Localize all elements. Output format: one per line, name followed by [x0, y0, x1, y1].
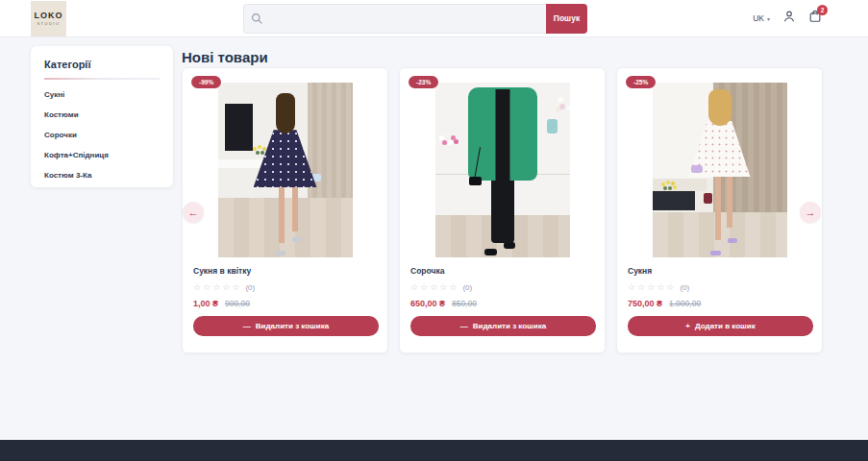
language-label: UK: [753, 13, 764, 23]
price-current: 1,00 ₴: [193, 299, 218, 308]
star-icon: ☆: [420, 282, 428, 292]
logo-text: LOKO: [35, 11, 63, 20]
minus-icon: —: [243, 322, 251, 330]
product-info: Сорочка ☆ ☆ ☆ ☆ ☆ (0) 650,00 ₴ 850,00 — …: [400, 266, 605, 336]
figure-bag: [469, 177, 482, 185]
ledge: [653, 179, 707, 191]
sidebar-item-sukni[interactable]: Сукні: [44, 90, 160, 99]
product-name[interactable]: Сорочка: [410, 266, 594, 276]
product-rating: ☆ ☆ ☆ ☆ ☆ (0): [410, 282, 594, 292]
niche: [653, 191, 696, 210]
product-info: Сукня в квітку ☆ ☆ ☆ ☆ ☆ (0) 1,00 ₴ 900,…: [183, 266, 387, 336]
star-icon: ☆: [203, 282, 211, 292]
new-products-carousel: ← → -99% Сукня в квітку: [182, 67, 823, 353]
product-rating: ☆ ☆ ☆ ☆ ☆ (0): [193, 282, 377, 292]
product-rating: ☆ ☆ ☆ ☆ ☆ (0): [628, 282, 811, 292]
vase: [547, 119, 558, 133]
star-icon: ☆: [657, 282, 664, 292]
bag-on-floor: [704, 193, 712, 204]
remove-from-cart-button[interactable]: — Видалити з кошика: [193, 316, 379, 336]
price-current: 650,00 ₴: [410, 299, 445, 308]
product-image[interactable]: [435, 83, 570, 257]
discount-badge: -23%: [409, 76, 438, 88]
plus-icon: +: [685, 322, 690, 330]
flowers: [558, 97, 563, 103]
tv: [225, 104, 253, 151]
product-price-row: 650,00 ₴ 850,00: [410, 299, 594, 308]
product-card: -23% Сорочка ☆ ☆ ☆: [399, 67, 606, 353]
search-button[interactable]: Пошук: [546, 4, 587, 34]
logo-subtext: STUDIO: [37, 21, 60, 26]
rating-count: (0): [680, 283, 689, 292]
star-icon: ☆: [628, 282, 635, 292]
language-selector[interactable]: UK ▾: [753, 13, 770, 23]
price-old: 1.000,00: [669, 299, 701, 308]
search-icon: [251, 12, 263, 24]
star-icon: ☆: [212, 282, 220, 292]
cart-count-badge: 2: [817, 5, 828, 15]
figure-shoe: [276, 251, 285, 255]
flowers: [439, 135, 444, 140]
product-name[interactable]: Сукня: [628, 266, 811, 276]
discount-badge: -99%: [191, 76, 221, 88]
figure-leg: [292, 185, 298, 230]
page-title: Нові товари: [182, 49, 268, 65]
category-list: Сукні Костюми Сорочки Кофта+Спідниця Кос…: [44, 90, 160, 180]
product-name[interactable]: Сукня в квітку: [193, 266, 377, 276]
carousel-prev-button[interactable]: ←: [183, 202, 204, 223]
product-image[interactable]: [653, 83, 787, 257]
star-icon: ☆: [232, 282, 239, 292]
star-icon: ☆: [647, 282, 655, 292]
product-card: -99% Сукня в квітку ☆ ☆: [182, 67, 388, 353]
product-cards: -99% Сукня в квітку ☆ ☆: [182, 67, 823, 353]
price-old: 900,00: [225, 299, 250, 308]
rating-count: (0): [462, 283, 472, 292]
product-image[interactable]: [218, 83, 353, 257]
star-icon: ☆: [222, 282, 230, 292]
product-info: Сукня ☆ ☆ ☆ ☆ ☆ (0) 750,00 ₴ 1.000,00 + …: [617, 266, 822, 336]
search-input[interactable]: [243, 4, 546, 34]
logo[interactable]: LOKO STUDIO: [31, 1, 66, 36]
star-icon: ☆: [637, 282, 645, 292]
account-button[interactable]: [782, 10, 796, 27]
sidebar-item-kostyumy[interactable]: Костюми: [44, 110, 160, 119]
floor: [218, 198, 353, 257]
chevron-down-icon: ▾: [767, 15, 770, 22]
sidebar-divider: [44, 78, 160, 80]
header: LOKO STUDIO Пошук UK ▾ 2: [0, 0, 868, 37]
product-price-row: 750,00 ₴ 1.000,00: [628, 299, 811, 308]
price-current: 750,00 ₴: [628, 299, 662, 308]
figure-shoe: [292, 237, 301, 242]
price-old: 850,00: [452, 299, 477, 308]
search-bar: Пошук: [243, 4, 587, 34]
figure-leg: [715, 175, 721, 239]
flowers: [253, 147, 257, 151]
figure-shoe: [484, 249, 497, 255]
sidebar-title: Категорії: [44, 59, 160, 70]
figure-top: [495, 89, 509, 191]
button-label: Видалити з кошика: [256, 322, 329, 330]
header-actions: UK ▾ 2: [753, 10, 822, 27]
categories-sidebar: Категорії Сукні Костюми Сорочки Кофта+Сп…: [31, 46, 173, 187]
discount-badge: -25%: [626, 76, 656, 88]
user-icon: [782, 10, 796, 27]
star-icon: ☆: [666, 282, 674, 292]
carousel-next-button[interactable]: →: [800, 202, 821, 223]
minus-icon: —: [460, 322, 468, 330]
star-icon: ☆: [410, 282, 418, 292]
sidebar-item-sorochky[interactable]: Сорочки: [44, 131, 160, 139]
product-price-row: 1,00 ₴ 900,00: [193, 299, 377, 308]
figure-leg: [279, 185, 285, 243]
rating-count: (0): [245, 283, 255, 292]
sidebar-item-kostyum-3ka[interactable]: Костюм 3-Ка: [44, 171, 160, 180]
button-label: Видалити з кошика: [473, 322, 546, 330]
figure-shoe: [728, 238, 737, 243]
sidebar-item-kofta-spidnytsia[interactable]: Кофта+Спідниця: [44, 151, 160, 159]
figure-shoe: [710, 251, 721, 255]
figure-purse: [691, 165, 703, 173]
add-to-cart-button[interactable]: + Додати в кошик: [628, 316, 813, 336]
remove-from-cart-button[interactable]: — Видалити з кошика: [410, 316, 596, 336]
figure-hair: [276, 93, 295, 133]
star-icon: ☆: [430, 282, 437, 292]
cart-button[interactable]: 2: [808, 10, 822, 27]
